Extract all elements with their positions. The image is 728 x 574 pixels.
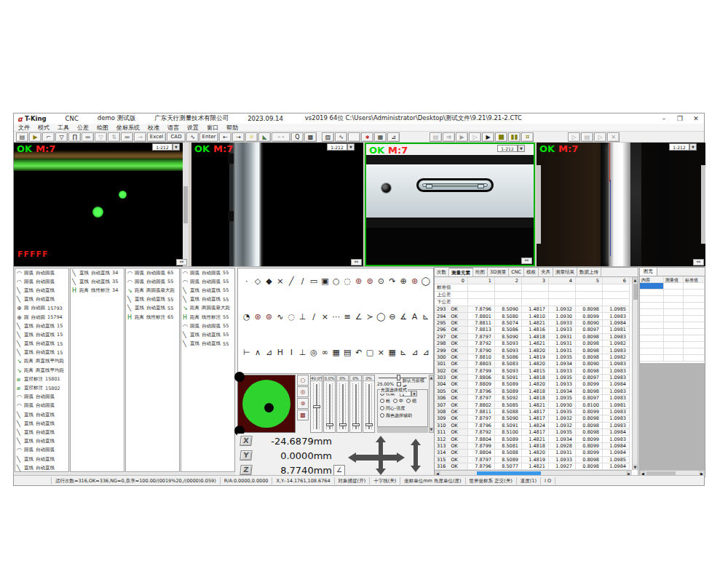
chevron-down-icon[interactable]: ▼ [347, 143, 355, 151]
measure-item[interactable]: ◠圆弧自动圆弧 [15, 277, 68, 286]
table-row[interactable]: 304OK7.88098.50891.48201.09330.80991.098… [435, 381, 632, 388]
table-cell[interactable]: 7.8797 [468, 395, 495, 402]
side-cell[interactable] [664, 316, 684, 322]
menu-item-设置[interactable]: 设置 [187, 124, 199, 132]
measure-item[interactable]: ╲直线自动直线34 [71, 268, 124, 277]
minus-minus-button[interactable]: – – [272, 132, 290, 142]
results-vertical-scrollbar[interactable]: ▲ ▼ [632, 277, 638, 470]
menu-item-公差[interactable]: 公差 [77, 124, 89, 132]
save-button[interactable]: ▤ [16, 132, 28, 142]
camera4-range-dropdown[interactable]: 1-212 ▼ [669, 143, 697, 151]
table-row[interactable]: 315OK7.87978.50891.48191.09330.80981.098… [435, 457, 632, 463]
camera4-side-scrollbar[interactable] [701, 165, 705, 244]
chevron-down-icon[interactable]: ▼ [689, 143, 697, 151]
table-cell[interactable]: 8.5092 [495, 395, 522, 402]
table-cell[interactable]: 0.8097 [576, 327, 603, 333]
table-cell[interactable]: 8.5091 [495, 423, 522, 429]
table-row[interactable]: 293OK7.87968.50901.48171.09320.80981.098… [435, 306, 632, 313]
table-cell[interactable]: 0.8099 [576, 436, 603, 442]
side-cell[interactable] [640, 335, 664, 342]
side-cell[interactable] [684, 335, 705, 342]
table-cell[interactable]: 1.0983 [603, 313, 630, 319]
measure-item[interactable]: ↘距离两直线平均距 [15, 357, 68, 366]
slider-thumb[interactable] [313, 405, 320, 408]
table-cell[interactable]: 0.8098 [576, 457, 603, 463]
table-cell[interactable]: 0.8098 [576, 388, 603, 395]
table-cell[interactable]: 7.8792 [468, 429, 495, 436]
table-cell[interactable]: 1.4821 [522, 402, 549, 408]
camera3-resize-icon[interactable]: ⇔ [521, 258, 532, 264]
probe-button[interactable]: ▽ [55, 132, 68, 142]
light-panel-scrollbar[interactable]: ▲ ▼ [429, 375, 434, 433]
table-cell[interactable]: 0.8099 [576, 381, 603, 388]
light-slider-5[interactable]: 0% [363, 375, 375, 433]
play-button[interactable]: ▷ [469, 132, 481, 142]
table-cell[interactable]: 7.8804 [468, 450, 495, 456]
row-header[interactable]: 312OK [435, 436, 468, 442]
measure-tool-icon[interactable]: ◔ [241, 308, 252, 328]
table-cell[interactable]: 1.4818 [522, 395, 549, 402]
measure-item[interactable]: ⌀直径标注15801 [15, 375, 68, 383]
side-cell[interactable] [684, 348, 705, 355]
table-cell[interactable]: 0.8098 [576, 354, 603, 361]
table-row[interactable]: 314OK7.88048.50881.48201.09310.80991.098… [435, 450, 632, 456]
disabled-1-button[interactable]: ▬ [82, 132, 94, 142]
side-cell[interactable] [664, 303, 684, 309]
table-cell[interactable]: 0.8097 [576, 375, 603, 381]
chart-button[interactable]: ⊿ [387, 132, 400, 142]
measure-tool-icon[interactable]: ⊿ [420, 344, 431, 364]
table-cell[interactable]: 1.0932 [549, 415, 576, 422]
table-cell[interactable] [549, 299, 576, 306]
table-cell[interactable]: 0.8098 [576, 347, 603, 354]
table-cell[interactable]: 1.4820 [522, 361, 549, 367]
table-cell[interactable]: 8.5093 [495, 347, 522, 354]
table-cell[interactable]: 7.8809 [468, 381, 495, 388]
side-cell[interactable] [640, 322, 664, 329]
measure-item[interactable]: ⊕圆自动圆15793 [15, 304, 68, 313]
measure-tool-icon[interactable]: ⊛ [252, 308, 263, 328]
light-slider-3[interactable]: 0% [336, 375, 349, 433]
row-header[interactable]: 313OK [435, 443, 468, 450]
table-cell[interactable]: 1.4818 [522, 375, 549, 381]
light-bulb-button[interactable]: ☼ [245, 132, 258, 142]
camera-view-3-selected[interactable]: OK M:7 1-212 ▼ ⇔ [365, 143, 535, 266]
table-cell[interactable]: 1.0928 [549, 443, 576, 450]
measure-tool-icon[interactable]: ⊿ [409, 344, 420, 364]
table-cell[interactable]: 7.8797 [468, 457, 495, 463]
measure-tool-icon[interactable]: ⊙ [376, 273, 387, 292]
ring-light-indicator[interactable] [237, 375, 296, 433]
table-row[interactable]: 302OK7.87998.50931.48151.09330.80981.098… [435, 368, 632, 375]
row-header[interactable]: 299OK [435, 347, 468, 354]
table-cell[interactable]: 0.8098 [576, 423, 603, 429]
table-cell[interactable]: 1.0983 [603, 415, 630, 422]
menu-item-绘图[interactable]: 绘图 [97, 124, 108, 132]
table-cell[interactable] [495, 292, 522, 299]
table-cell[interactable]: 1.0934 [549, 388, 576, 395]
table-row[interactable]: 299OK7.87908.50931.48201.09310.80981.098… [435, 347, 632, 354]
table-cell[interactable]: 1.0983 [603, 395, 630, 402]
table-cell[interactable]: 1.0983 [603, 388, 630, 395]
table-cell[interactable]: 1.0983 [603, 375, 630, 381]
measure-tool-icon[interactable]: ▢ [364, 344, 375, 364]
table-cell[interactable]: 1.0983 [603, 423, 630, 429]
measure-tool-icon[interactable]: ⊜ [364, 273, 375, 292]
measure-item[interactable]: ◠圆弧自动圆弧55 [181, 322, 234, 330]
light-slider-2[interactable]: 0.0% [323, 375, 336, 433]
table-cell[interactable]: 7.8796 [468, 306, 495, 313]
camera1-range-dropdown[interactable]: 1-212 ▼ [152, 143, 180, 151]
menu-item-语言[interactable]: 语言 [167, 124, 179, 132]
table-cell[interactable]: 0.8100 [576, 402, 603, 408]
slider-thumb[interactable] [339, 423, 347, 426]
chevron-down-icon[interactable]: ▼ [411, 391, 417, 396]
table-cell[interactable]: 7.8790 [468, 347, 495, 354]
menu-item-文件[interactable]: 文件 [18, 124, 30, 132]
disabled-3-button[interactable]: ⇅ [108, 132, 120, 142]
disabled-2-button[interactable]: ▽ [95, 132, 107, 142]
scroll-down-icon[interactable]: ▼ [633, 464, 638, 470]
diagonal-move-button[interactable]: ∠ [333, 465, 345, 476]
table-cell[interactable]: 1.0983 [603, 361, 630, 367]
side-row[interactable] [640, 303, 705, 309]
tolerance-row[interactable]: 上公差 [435, 292, 632, 299]
measure-tool-icon[interactable]: ↷ [387, 273, 397, 292]
export-2-button[interactable]: ⇉ [443, 132, 455, 142]
